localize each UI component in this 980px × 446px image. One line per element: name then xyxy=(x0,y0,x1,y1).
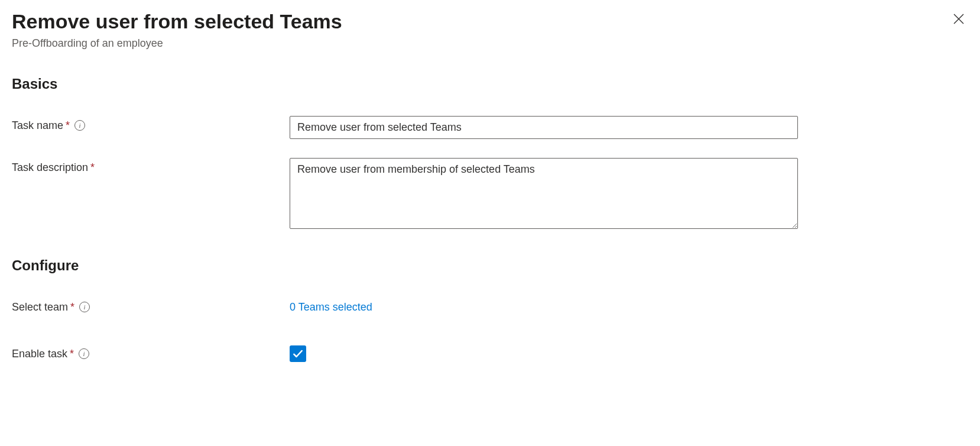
enable-task-label-col: Enable task * i xyxy=(12,344,290,360)
task-description-input[interactable] xyxy=(290,158,798,229)
close-icon xyxy=(952,12,966,26)
section-configure-title: Configure xyxy=(12,257,968,274)
configure-section: Select team * i 0 Teams selected Enable … xyxy=(12,298,968,362)
task-name-row: Task name * i xyxy=(12,116,968,139)
task-description-row: Task description * xyxy=(12,158,968,231)
required-marker: * xyxy=(66,119,70,132)
select-team-link[interactable]: 0 Teams selected xyxy=(290,298,372,314)
task-description-control-col xyxy=(290,158,798,231)
checkmark-icon xyxy=(292,348,304,360)
info-icon[interactable]: i xyxy=(79,302,90,312)
section-basics-title: Basics xyxy=(12,76,968,92)
page-title: Remove user from selected Teams xyxy=(12,9,949,34)
required-marker: * xyxy=(70,301,74,314)
enable-task-control-col xyxy=(290,344,798,362)
select-team-label: Select team xyxy=(12,301,68,314)
select-team-row: Select team * i 0 Teams selected xyxy=(12,298,968,314)
enable-task-checkbox[interactable] xyxy=(290,345,306,362)
task-name-label: Task name xyxy=(12,119,63,132)
task-name-input[interactable] xyxy=(290,116,798,139)
required-marker: * xyxy=(70,348,74,360)
task-description-label: Task description xyxy=(12,161,88,174)
close-button[interactable] xyxy=(949,9,968,28)
enable-task-label: Enable task xyxy=(12,348,67,360)
info-icon[interactable]: i xyxy=(74,120,85,131)
required-marker: * xyxy=(90,161,95,174)
info-icon[interactable]: i xyxy=(79,348,89,359)
header-left: Remove user from selected Teams Pre-Offb… xyxy=(12,9,949,50)
task-name-label-col: Task name * i xyxy=(12,116,290,132)
enable-task-checkbox-wrapper xyxy=(290,344,306,362)
task-name-control-col xyxy=(290,116,798,139)
select-team-control-col: 0 Teams selected xyxy=(290,298,798,314)
page-subtitle: Pre-Offboarding of an employee xyxy=(12,37,949,50)
enable-task-row: Enable task * i xyxy=(12,344,968,362)
select-team-label-col: Select team * i xyxy=(12,298,290,314)
header-row: Remove user from selected Teams Pre-Offb… xyxy=(12,9,968,50)
task-description-label-col: Task description * xyxy=(12,158,290,174)
